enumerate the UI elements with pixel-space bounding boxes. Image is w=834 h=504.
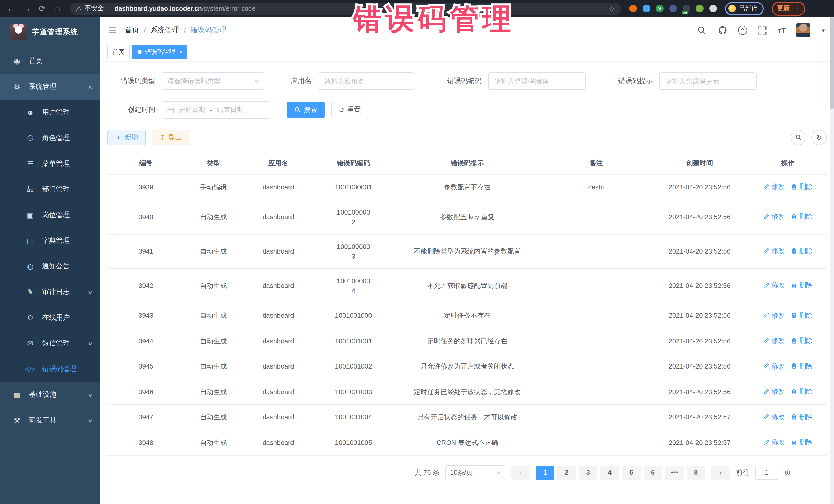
dept-icon: 品 [25,185,36,194]
user-avatar[interactable] [796,23,810,38]
close-tab-icon[interactable]: × [179,46,182,58]
edit-link[interactable]: 修改 [763,412,785,422]
cell-remark [542,200,650,234]
delete-link[interactable]: 删除 [791,361,812,371]
extension-puzzle-icon[interactable] [709,5,717,12]
edit-link[interactable]: 修改 [763,212,785,221]
sidebar-item-dept[interactable]: 品部门管理 [0,177,100,202]
sidebar-item-home[interactable]: ◉首页 [0,48,100,74]
edit-link[interactable]: 修改 [763,336,785,345]
tab-错误码管理[interactable]: 错误码管理× [132,45,188,59]
delete-link-label: 删除 [799,281,812,290]
chrome-menu-icon[interactable]: ⋮ [794,7,800,10]
sidebar-item-user[interactable]: ☻用户管理 [0,100,100,125]
delete-link[interactable]: 删除 [791,412,812,422]
profile-paused-pill[interactable]: 已暂停 [725,2,764,15]
extension-orange-icon[interactable] [629,5,637,12]
extension-grid-icon[interactable] [669,5,677,12]
page-button-1[interactable]: 1 [536,465,554,480]
sidebar-item-menu[interactable]: ☰菜单管理 [0,151,100,177]
sidebar-item-online-user[interactable]: Ω在线用户 [0,305,100,330]
search-button[interactable]: 搜索 [287,102,325,118]
column-header: 创建时间 [650,152,749,174]
sidebar-item-audit-log[interactable]: ✎审计日志∨ [0,279,100,305]
github-icon[interactable] [717,25,727,36]
create-time-label: 创建时间 [128,105,155,114]
edit-link[interactable]: 修改 [763,361,785,371]
search-icon[interactable] [697,25,707,36]
extension-key-icon[interactable] [696,5,704,12]
goto-page-input[interactable] [755,465,778,480]
reload-icon[interactable]: ⟳ [36,4,48,13]
cell-type: 自动生成 [184,354,242,379]
cell-msg: 参数配置不存在 [393,174,542,200]
edit-link[interactable]: 修改 [763,281,785,290]
page-button-2[interactable]: 2 [557,465,576,480]
sidebar-item-notice[interactable]: ◍通知公告 [0,254,100,279]
back-icon[interactable]: ← [5,4,18,13]
page-button-6[interactable]: 6 [643,465,662,480]
error-code-input[interactable] [488,72,585,90]
sidebar-item-error-code[interactable]: </>错误码管理 [0,356,100,382]
edit-link[interactable]: 修改 [763,437,785,447]
sidebar-item-system[interactable]: ⚙系统管理∧ [0,74,100,100]
home-icon[interactable]: ⌂ [51,4,64,13]
font-size-icon[interactable]: тT [778,26,786,35]
page-button-8[interactable]: 8 [687,465,705,480]
sidebar-item-post[interactable]: ▣岗位管理 [0,202,100,228]
avatar-caret-icon[interactable]: ▼ [821,27,826,33]
breadcrumb-item[interactable]: 首页 [125,26,139,35]
delete-link[interactable]: 删除 [791,387,812,396]
chrome-update-button[interactable]: 更新 ⋮ [772,1,805,16]
address-bar[interactable]: ⚠ 不安全 dashboard.yudao.iocoder.cn/system/… [70,2,621,15]
cell-code: 1001001005 [314,430,393,455]
hamburger-icon[interactable]: ☰ [108,25,116,36]
extension-dark-icon[interactable]: on [683,5,690,12]
export-button[interactable]: ↧ 导出 [152,130,190,145]
delete-link[interactable]: 删除 [791,281,812,290]
sidebar-logo[interactable]: 芋道管理系统 [0,18,100,45]
more-pages-button[interactable]: ••• [665,465,684,480]
page-button-4[interactable]: 4 [600,465,619,480]
delete-link-label: 删除 [799,336,812,345]
page-size-select[interactable]: 10条/页 ∨ [445,465,505,480]
edit-link[interactable]: 修改 [763,182,785,192]
extension-green-v-icon[interactable]: V [656,5,664,12]
date-range-picker[interactable]: 开始日期 - 结束日期 [162,101,270,118]
delete-link[interactable]: 删除 [791,437,812,447]
sidebar-item-sms[interactable]: ✉短信管理∨ [0,330,100,356]
delete-link[interactable]: 删除 [791,336,812,345]
page-button-3[interactable]: 3 [579,465,597,480]
forward-icon[interactable]: → [21,4,33,13]
error-type-select[interactable]: 请选择错误码类型 ∨ [161,72,264,90]
scrollbar-thumb[interactable] [830,17,834,109]
sidebar-item-dev-tools[interactable]: ⚒研发工具∨ [0,408,100,433]
help-icon[interactable]: ? [738,26,747,35]
delete-link[interactable]: 删除 [791,182,812,192]
edit-link[interactable]: 修改 [763,246,785,256]
prev-page-button[interactable]: ‹ [511,465,530,480]
next-page-button[interactable]: › [711,465,730,480]
toggle-search-button[interactable] [791,130,806,145]
extension-gem-icon[interactable] [642,5,650,12]
sidebar-item-role[interactable]: ⚇角色管理 [0,125,100,151]
app-name-input[interactable] [318,72,415,90]
reset-button[interactable]: ↺ 重置 [331,102,369,118]
add-button[interactable]: ＋ 新增 [107,130,146,145]
error-msg-input[interactable] [659,72,756,90]
bookmark-star-icon[interactable]: ☆ [609,4,615,13]
delete-link[interactable]: 删除 [791,310,812,320]
edit-link[interactable]: 修改 [763,310,785,320]
tab-首页[interactable]: 首页 [107,45,130,59]
edit-link[interactable]: 修改 [763,387,785,396]
delete-link[interactable]: 删除 [791,246,812,256]
fullscreen-icon[interactable] [757,25,768,36]
refresh-button[interactable]: ↻ [811,130,827,145]
page-button-5[interactable]: 5 [622,465,640,480]
sidebar-item-infra[interactable]: ▦基础设施∨ [0,382,100,408]
delete-link[interactable]: 删除 [791,212,812,221]
breadcrumb-item[interactable]: 系统管理 [150,26,179,35]
sidebar-item-dict[interactable]: ▤字典管理 [0,228,100,254]
page-scrollbar[interactable] [830,17,834,504]
edit-link-label: 修改 [771,412,785,422]
